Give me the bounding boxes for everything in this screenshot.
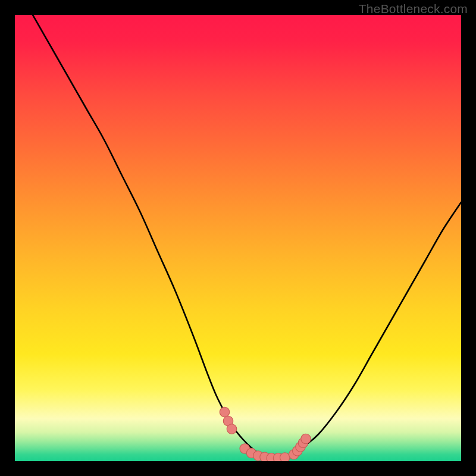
chart-stage: TheBottleneck.com [0, 0, 476, 476]
bottom-markers [220, 407, 311, 461]
plot-area [15, 15, 461, 461]
curve-layer [15, 15, 461, 461]
right-curve [287, 202, 462, 457]
marker-dot [227, 424, 237, 434]
marker-dot [301, 434, 311, 444]
watermark-text: TheBottleneck.com [359, 2, 468, 16]
left-curve [33, 15, 270, 458]
marker-dot [280, 453, 290, 461]
marker-dot [220, 407, 230, 417]
